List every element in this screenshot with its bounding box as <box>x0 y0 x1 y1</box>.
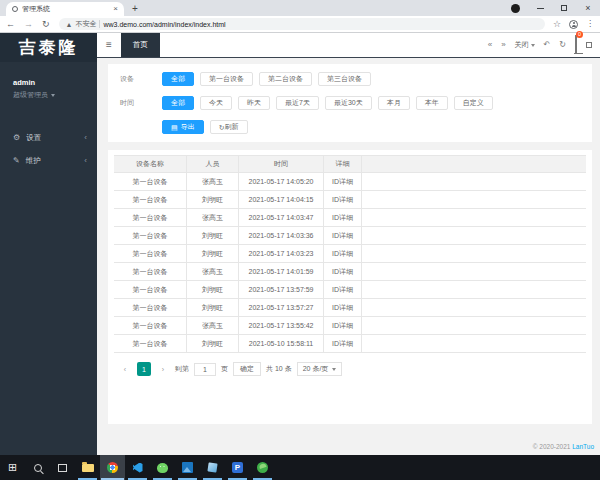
taskbar-search-button[interactable] <box>25 455 50 480</box>
p-app-icon: P <box>232 462 243 473</box>
reload-icon[interactable]: ↻ <box>42 20 50 29</box>
pagination-prev[interactable]: ‹ <box>118 362 132 376</box>
viewer-icon <box>207 462 217 472</box>
bookmark-star-icon[interactable]: ☆ <box>553 20 561 29</box>
back-icon[interactable]: ← <box>6 20 15 29</box>
photos-button[interactable] <box>175 455 200 480</box>
cell-device: 第一台设备 <box>114 317 187 334</box>
table-row: 第一台设备 刘明旺 2021-05-17 14:04:15 ID详细 <box>114 191 586 209</box>
cell-detail-link[interactable]: ID详细 <box>324 227 362 244</box>
confirm-button[interactable]: 确定 <box>233 362 261 376</box>
forward-icon[interactable]: → <box>24 20 33 29</box>
viewer-button[interactable] <box>200 455 225 480</box>
cell-detail-link[interactable]: ID详细 <box>324 299 362 316</box>
close-button[interactable]: × <box>576 0 600 16</box>
user-block: admin 超级管理员 <box>0 62 97 100</box>
minimize-button[interactable] <box>528 0 552 16</box>
time-option-yesterday[interactable]: 昨天 <box>238 96 270 110</box>
device-option-2[interactable]: 第二台设备 <box>259 72 312 86</box>
device-filter-label: 设备 <box>120 74 162 84</box>
chevron-left-icon: ‹ <box>84 157 87 165</box>
cell-detail-link[interactable]: ID详细 <box>324 191 362 208</box>
cell-person: 张高玉 <box>187 317 239 334</box>
cell-person: 刘明旺 <box>187 245 239 262</box>
page-unit-label: 页 <box>221 364 228 374</box>
start-button[interactable]: ⊞ <box>0 455 25 480</box>
pencil-icon: ✎ <box>13 157 20 165</box>
sidebar-item-settings[interactable]: ⚙ 设置 ‹ <box>0 126 97 149</box>
green-app-icon <box>257 462 268 473</box>
table-card: 设备名称 人员 时间 详细 第一台设备 张高玉 2021-05-17 14:05… <box>108 150 592 424</box>
wechat-button[interactable] <box>150 455 175 480</box>
sidebar-item-maintenance[interactable]: ✎ 维护 ‹ <box>0 149 97 172</box>
time-option-all[interactable]: 全部 <box>162 96 194 110</box>
green-app-button[interactable] <box>250 455 275 480</box>
page-jump-input[interactable] <box>194 363 216 376</box>
cell-detail-link[interactable]: ID详细 <box>324 335 362 352</box>
device-option-1[interactable]: 第一台设备 <box>200 72 253 86</box>
browser-tab[interactable]: 管理系统 × <box>6 2 124 16</box>
refresh-button[interactable]: ↻ 刷新 <box>210 120 248 134</box>
time-option-7days[interactable]: 最近7天 <box>276 96 319 110</box>
close-tabs-dropdown[interactable]: 关闭 <box>515 40 535 50</box>
column-header-device: 设备名称 <box>114 156 187 172</box>
export-grid-icon: ▤ <box>171 124 178 131</box>
time-option-30days[interactable]: 最近30天 <box>325 96 372 110</box>
file-explorer-button[interactable] <box>75 455 100 480</box>
profile-avatar-icon[interactable] <box>569 20 578 29</box>
cell-detail-link[interactable]: ID详细 <box>324 209 362 226</box>
cell-person: 刘明旺 <box>187 299 239 316</box>
footer-copyright: © 2020-2021 LanTuo <box>533 443 594 450</box>
copyright-text: © 2020-2021 <box>533 443 571 450</box>
device-option-3[interactable]: 第三台设备 <box>318 72 371 86</box>
device-filter-row: 设备 全部 第一台设备 第二台设备 第三台设备 <box>108 67 592 91</box>
cell-detail-link[interactable]: ID详细 <box>324 263 362 280</box>
new-tab-button[interactable]: + <box>132 3 138 14</box>
cell-detail-link[interactable]: ID详细 <box>324 317 362 334</box>
chrome-button[interactable] <box>100 455 125 480</box>
extension-icon[interactable] <box>511 4 520 13</box>
brand-link[interactable]: LanTuo <box>572 443 594 450</box>
pagination-page-1[interactable]: 1 <box>137 362 151 376</box>
total-count-label: 共 10 条 <box>266 364 292 374</box>
device-option-all[interactable]: 全部 <box>162 72 194 86</box>
browser-tab-strip: 管理系统 × + × <box>0 0 600 16</box>
page-size-select[interactable]: 20 条/页 <box>297 362 343 376</box>
cell-device: 第一台设备 <box>114 173 187 190</box>
cell-person: 张高玉 <box>187 173 239 190</box>
hamburger-icon[interactable]: ≡ <box>97 40 121 50</box>
role-dropdown[interactable]: 超级管理员 <box>13 90 97 100</box>
tab-home[interactable]: 首页 <box>121 33 160 57</box>
sidebar-item-label: 维护 <box>26 156 41 166</box>
notification-bell-icon[interactable]: 0 <box>575 36 577 54</box>
browser-menu-icon[interactable]: ⋮ <box>586 20 594 28</box>
export-button[interactable]: ▤ 导出 <box>162 120 204 134</box>
cell-detail-link[interactable]: ID详细 <box>324 173 362 190</box>
sidebar-menu: ⚙ 设置 ‹ ✎ 维护 ‹ <box>0 126 97 172</box>
time-option-month[interactable]: 本月 <box>378 96 410 110</box>
cell-detail-link[interactable]: ID详细 <box>324 281 362 298</box>
time-option-custom[interactable]: 自定义 <box>454 96 493 110</box>
task-view-button[interactable] <box>50 455 75 480</box>
time-filter-label: 时间 <box>120 98 162 108</box>
time-option-today[interactable]: 今天 <box>200 96 232 110</box>
cell-device: 第一台设备 <box>114 209 187 226</box>
scroll-tabs-right-icon[interactable]: » <box>501 41 505 49</box>
url-input[interactable]: ▲ 不安全 ww3.demo.com/admin/index/index.htm… <box>59 18 545 30</box>
time-option-year[interactable]: 本年 <box>416 96 448 110</box>
vscode-button[interactable] <box>125 455 150 480</box>
scroll-tabs-left-icon[interactable]: « <box>488 41 492 49</box>
table-row: 第一台设备 张高玉 2021-05-17 14:05:20 ID详细 <box>114 173 586 191</box>
pagination-next[interactable]: › <box>156 362 170 376</box>
browser-tab-title: 管理系统 <box>22 4 109 14</box>
p-app-button[interactable]: P <box>225 455 250 480</box>
screen: 管理系统 × + × ← → ↻ ▲ 不安全 ww3.demo.com/admi… <box>0 0 600 480</box>
fullscreen-icon[interactable] <box>586 42 592 48</box>
cell-detail-link[interactable]: ID详细 <box>324 245 362 262</box>
table-row: 第一台设备 刘明旺 2021-05-17 13:57:59 ID详细 <box>114 281 586 299</box>
maximize-button[interactable] <box>552 0 576 16</box>
undo-icon[interactable]: ↶ <box>544 41 551 49</box>
tab-close-icon[interactable]: × <box>113 5 118 13</box>
address-bar: ← → ↻ ▲ 不安全 ww3.demo.com/admin/index/ind… <box>0 16 600 33</box>
refresh-icon[interactable]: ↻ <box>559 41 566 49</box>
